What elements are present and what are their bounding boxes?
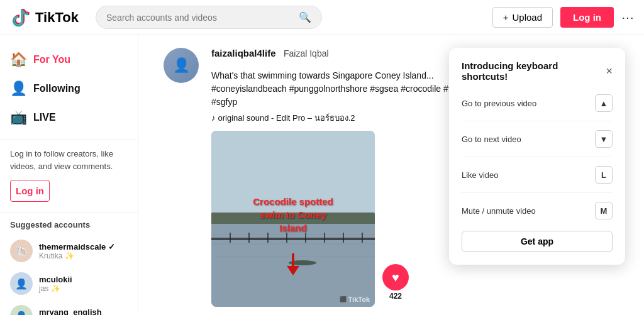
popup-title: Introducing keyboard shortcuts! xyxy=(462,60,606,82)
video-overlay-text: Crocodile spotted swim to Coney Island xyxy=(252,195,334,235)
content-area: 👤 faizaliqbal4life Faizal Iqbal Follow W… xyxy=(138,35,644,315)
shortcut-divider-1 xyxy=(462,157,613,157)
like-button[interactable]: ♥ 422 xyxy=(382,264,409,301)
sidebar: 🏠 For You 👤 Following 📺 LIVE Log in to f… xyxy=(0,35,138,315)
logo: TikTok xyxy=(10,7,86,28)
get-app-button[interactable]: Get app xyxy=(462,231,613,252)
avatar-1: 🐚 xyxy=(10,240,33,262)
sidebar-item-for-you[interactable]: 🏠 For You xyxy=(0,45,138,74)
popup-header: Introducing keyboard shortcuts! × xyxy=(462,60,613,82)
live-icon: 📺 xyxy=(10,109,27,126)
sidebar-item-following[interactable]: 👤 Following xyxy=(0,74,138,103)
like-icon: ♥ xyxy=(382,264,409,290)
shortcut-label-3: Mute / unmute video xyxy=(462,206,536,216)
like-count: 422 xyxy=(389,292,402,301)
shortcut-label-2: Like video xyxy=(462,170,499,180)
shortcut-row-0: Go to previous video ▲ xyxy=(462,91,613,116)
shortcut-label-1: Go to next video xyxy=(462,135,521,144)
more-icon[interactable]: ⋯ xyxy=(621,10,634,25)
main-layout: 🏠 For You 👤 Following 📺 LIVE Log in to f… xyxy=(0,35,644,315)
home-icon: 🏠 xyxy=(10,52,27,68)
svg-rect-7 xyxy=(211,238,375,240)
following-icon: 👤 xyxy=(10,80,27,97)
post-displayname: Faizal Iqbal xyxy=(284,48,329,58)
sidebar-divider xyxy=(0,140,138,140)
username-2: mculokii xyxy=(39,275,72,284)
search-bar[interactable]: 🔍 xyxy=(96,6,322,29)
shortcut-key-0: ▲ xyxy=(595,94,613,112)
avatar-2: 👤 xyxy=(10,272,33,295)
shortcut-key-3: M xyxy=(595,202,613,219)
search-input[interactable] xyxy=(106,13,299,23)
sidebar-item-live[interactable]: 📺 LIVE xyxy=(0,103,138,132)
shortcut-key-1: ▼ xyxy=(595,130,613,148)
shortcut-row-1: Go to next video ▼ xyxy=(462,126,613,152)
search-icon: 🔍 xyxy=(299,11,311,23)
shortcut-key-2: L xyxy=(595,166,613,184)
header: TikTok 🔍 + Upload Log in ⋯ xyxy=(0,0,644,35)
displayname-2: jas ✨ xyxy=(39,284,72,293)
suggested-account-2[interactable]: 👤 mculokii jas ✨ xyxy=(0,267,138,300)
shortcut-divider-2 xyxy=(462,192,613,193)
music-icon: ♪ xyxy=(211,113,216,123)
video-thumbnail: Crocodile spotted swim to Coney Island ⬛… xyxy=(211,131,375,307)
nav-menu: 🏠 For You 👤 Following 📺 LIVE xyxy=(0,45,138,132)
upload-button[interactable]: + Upload xyxy=(492,7,553,28)
plus-icon: + xyxy=(503,12,509,23)
header-right: + Upload Log in ⋯ xyxy=(492,7,634,28)
avatar-3: 👤 xyxy=(10,305,33,315)
post-username[interactable]: faizaliqbal4life xyxy=(211,48,276,58)
shortcuts-popup: Introducing keyboard shortcuts! × Go to … xyxy=(449,48,625,265)
username-3: mryang_english xyxy=(39,307,102,316)
suggested-account-1[interactable]: 🐚 themermaidscale ✓ Krutika ✨ xyxy=(0,235,138,267)
logo-text: TikTok xyxy=(35,9,79,26)
shortcut-divider-0 xyxy=(462,121,613,121)
close-icon[interactable]: × xyxy=(606,65,613,78)
shortcut-label-0: Go to previous video xyxy=(462,99,536,108)
shortcut-row-3: Mute / unmute video M xyxy=(462,198,613,223)
displayname-1: Krutika ✨ xyxy=(39,251,115,260)
watermark: ⬛ TikTok xyxy=(340,296,370,303)
tiktok-logo-icon xyxy=(10,7,31,28)
suggested-accounts-title: Suggested accounts xyxy=(0,220,138,235)
login-button[interactable]: Log in xyxy=(560,7,614,28)
suggested-account-3[interactable]: 👤 mryang_english The_Real_MrYang xyxy=(0,300,138,315)
post-avatar: 👤 xyxy=(164,48,199,83)
sidebar-login-button[interactable]: Log in xyxy=(10,180,50,202)
username-1: themermaidscale ✓ xyxy=(39,242,115,251)
sidebar-divider-2 xyxy=(0,212,138,213)
actions-panel: ♥ 422 xyxy=(382,264,409,307)
login-prompt-text: Log in to follow creators, like videos, … xyxy=(0,148,138,180)
shortcut-row-2: Like video L xyxy=(462,162,613,187)
